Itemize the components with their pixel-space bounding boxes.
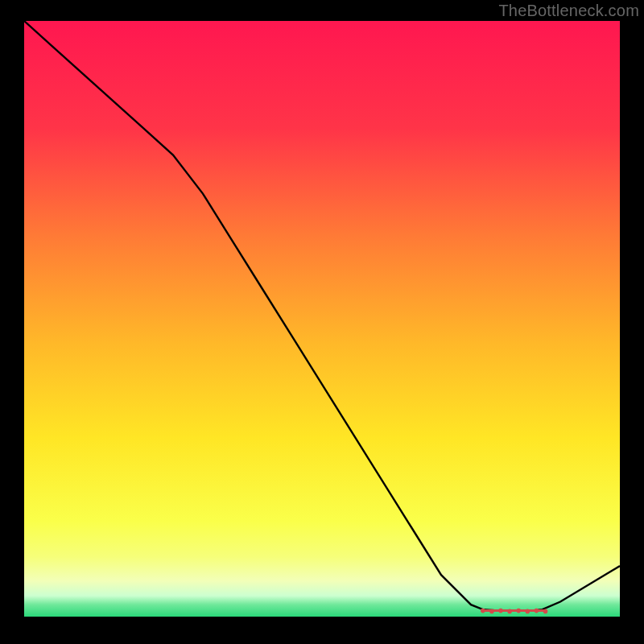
- trough-marker: [516, 609, 521, 613]
- trough-marker: [535, 609, 539, 613]
- gradient-background: [24, 21, 620, 617]
- trough-marker: [543, 609, 548, 614]
- trough-marker: [507, 609, 512, 614]
- chart-frame: TheBottleneck.com: [0, 0, 644, 644]
- attribution-label: TheBottleneck.com: [498, 2, 639, 20]
- trough-marker: [481, 609, 485, 613]
- trough-marker: [489, 609, 494, 614]
- trough-marker: [498, 609, 503, 613]
- bottleneck-chart: [24, 21, 620, 617]
- trough-marker: [526, 609, 530, 614]
